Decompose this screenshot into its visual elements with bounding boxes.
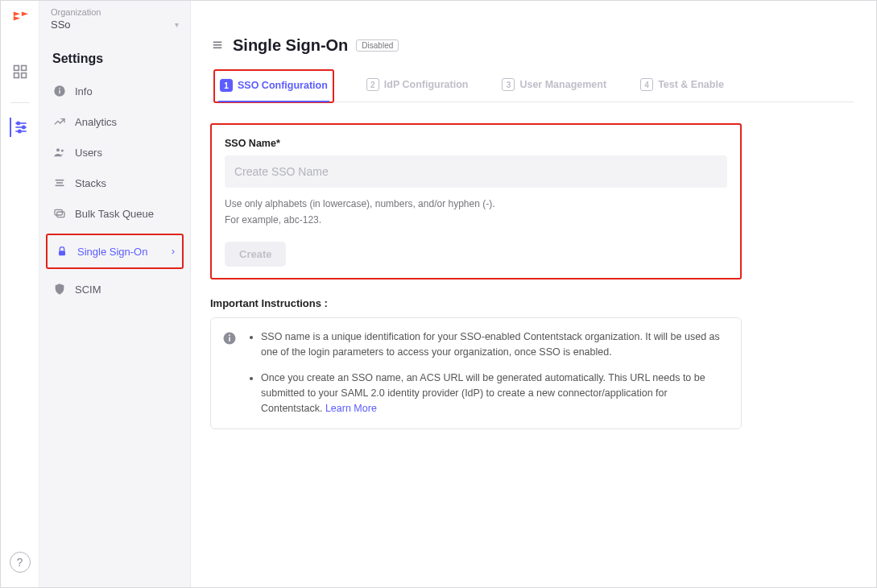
sidebar-item-scim[interactable]: SCIM [46, 274, 184, 304]
lock-icon [55, 244, 69, 259]
sidebar-item-single-sign-on[interactable]: Single Sign-On › [48, 236, 181, 267]
step-number: 2 [366, 78, 379, 91]
settings-sidebar: Organization SSo ▾ Settings Info Analyti… [39, 1, 191, 587]
svg-rect-2 [14, 73, 19, 78]
sso-name-input[interactable] [225, 155, 727, 188]
instruction-item: SSO name is a unique identification for … [261, 329, 728, 361]
help-icon[interactable]: ? [10, 552, 31, 573]
sidebar-item-label: Users [75, 147, 102, 159]
stacks-icon [52, 176, 67, 190]
step-tabs: 1 SSO Configuration 2 IdP Configuration … [210, 69, 854, 102]
sidebar-item-bulk-task-queue[interactable]: Bulk Task Queue [46, 198, 184, 229]
instructions-box: SSO name is a unique identification for … [210, 317, 742, 429]
sidebar-item-label: Info [75, 85, 93, 97]
svg-rect-25 [229, 337, 230, 341]
svg-rect-19 [57, 212, 64, 217]
svg-point-12 [59, 88, 60, 89]
analytics-icon [52, 114, 67, 129]
svg-rect-3 [21, 73, 26, 78]
sso-name-label: SSO Name* [225, 138, 727, 149]
sso-name-form: SSO Name* Use only alphabets (in lowerca… [210, 123, 742, 280]
learn-more-link[interactable]: Learn More [325, 403, 377, 414]
sidebar-item-label: SCIM [75, 284, 101, 296]
create-button[interactable]: Create [225, 242, 286, 267]
tab-test-enable[interactable]: 4 Test & Enable [639, 69, 726, 101]
sidebar-item-users[interactable]: Users [46, 137, 184, 168]
step-number: 4 [640, 78, 653, 91]
page-title: Single Sign-On [233, 36, 348, 55]
instruction-item: Once you create an SSO name, an ACS URL … [261, 371, 728, 417]
tab-label: SSO Configuration [238, 80, 328, 91]
sidebar-item-analytics[interactable]: Analytics [46, 106, 184, 137]
info-icon [222, 331, 237, 346]
org-selector[interactable]: Organization SSo ▾ [39, 1, 190, 39]
tab-label: IdP Configuration [384, 79, 469, 90]
step-number: 1 [220, 79, 233, 92]
sidebar-item-label: Analytics [75, 116, 117, 128]
rail-settings-icon[interactable] [10, 118, 29, 137]
main-content: Single Sign-On Disabled 1 SSO Configurat… [191, 1, 876, 587]
svg-rect-1 [21, 66, 26, 71]
sidebar-item-label: Bulk Task Queue [75, 208, 154, 220]
menu-icon[interactable] [210, 40, 225, 52]
sidebar-item-stacks[interactable]: Stacks [46, 168, 184, 198]
svg-point-7 [17, 122, 19, 124]
svg-point-14 [61, 149, 64, 151]
org-value: SSo [51, 19, 71, 31]
svg-point-26 [229, 334, 230, 336]
nav-rail: ? [1, 1, 39, 587]
queue-icon [52, 206, 67, 221]
sso-name-hint: Use only alphabets (in lowercase), numbe… [225, 196, 727, 229]
chevron-down-icon: ▾ [175, 20, 179, 29]
tab-user-management[interactable]: 3 User Management [500, 69, 608, 101]
tab-idp-configuration[interactable]: 2 IdP Configuration [365, 69, 470, 101]
tab-label: User Management [519, 79, 606, 90]
sidebar-item-info[interactable]: Info [46, 76, 184, 106]
svg-point-13 [56, 148, 60, 151]
svg-point-9 [18, 130, 20, 132]
svg-rect-18 [55, 209, 62, 215]
svg-rect-11 [59, 90, 60, 94]
step-number: 3 [502, 78, 515, 91]
tab-sso-configuration[interactable]: 1 SSO Configuration [218, 71, 329, 101]
brand-logo [11, 7, 29, 25]
chevron-right-icon: › [172, 246, 175, 257]
shield-icon [52, 282, 67, 296]
instructions-heading: Important Instructions : [210, 297, 742, 309]
info-icon [52, 84, 67, 98]
svg-rect-20 [59, 251, 65, 255]
tab-label: Test & Enable [658, 79, 724, 90]
users-icon [52, 145, 67, 159]
rail-dashboard-icon[interactable] [10, 62, 30, 81]
svg-point-8 [22, 126, 24, 128]
org-label: Organization [51, 7, 179, 17]
sidebar-item-label: Stacks [75, 177, 106, 189]
status-badge: Disabled [356, 39, 399, 52]
sidebar-section-title: Settings [39, 39, 190, 74]
sidebar-item-label: Single Sign-On [77, 246, 147, 258]
svg-rect-0 [14, 66, 19, 71]
rail-divider [10, 102, 30, 103]
